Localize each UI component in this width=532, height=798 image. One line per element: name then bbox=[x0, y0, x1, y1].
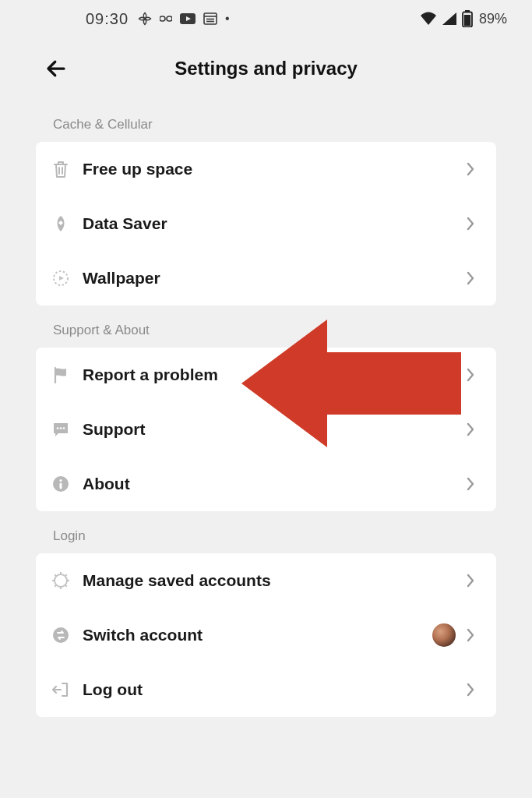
section-label-support: Support & About bbox=[0, 305, 532, 348]
row-label: Data Saver bbox=[83, 214, 462, 233]
status-icons-left: • bbox=[138, 12, 230, 26]
svg-point-13 bbox=[63, 427, 65, 429]
avatar bbox=[432, 623, 456, 647]
row-label: Wallpaper bbox=[83, 269, 462, 288]
section-label-cache: Cache & Cellular bbox=[0, 100, 532, 142]
chevron-right-icon bbox=[462, 475, 479, 493]
chevron-right-icon bbox=[462, 421, 479, 438]
status-time: 09:30 bbox=[86, 10, 129, 28]
data-saver-icon bbox=[50, 213, 72, 235]
dot-icon: • bbox=[225, 12, 230, 26]
svg-line-22 bbox=[55, 574, 56, 576]
row-about[interactable]: About bbox=[36, 457, 496, 511]
row-support[interactable]: Support bbox=[36, 402, 496, 457]
status-icons-right: 89% bbox=[420, 10, 507, 27]
row-label: Report a problem bbox=[83, 365, 462, 384]
link-icon bbox=[160, 15, 172, 23]
section-support: Report a problem Support About bbox=[36, 348, 496, 511]
svg-point-17 bbox=[55, 574, 67, 587]
svg-rect-1 bbox=[167, 16, 172, 21]
content: Cache & Cellular Free up space Data Save… bbox=[0, 100, 532, 717]
section-cache: Free up space Data Saver Wallpaper bbox=[36, 142, 496, 305]
back-button[interactable] bbox=[37, 50, 75, 87]
section-label-login: Login bbox=[0, 511, 532, 553]
svg-line-25 bbox=[65, 574, 67, 576]
section-login: Manage saved accounts Switch account bbox=[36, 553, 496, 717]
logout-icon bbox=[50, 679, 72, 701]
chevron-right-icon bbox=[462, 572, 479, 589]
row-log-out[interactable]: Log out bbox=[36, 662, 496, 717]
header: Settings and privacy bbox=[0, 37, 532, 100]
row-label: Support bbox=[83, 420, 462, 439]
chevron-right-icon bbox=[462, 681, 479, 698]
svg-rect-16 bbox=[60, 483, 62, 489]
chevron-right-icon bbox=[462, 215, 479, 232]
flag-icon bbox=[50, 364, 72, 386]
arrow-left-icon bbox=[44, 57, 68, 80]
chevron-right-icon bbox=[462, 270, 479, 287]
signal-icon bbox=[442, 12, 457, 26]
svg-point-12 bbox=[60, 427, 62, 429]
switch-icon bbox=[50, 624, 72, 646]
row-free-up-space[interactable]: Free up space bbox=[36, 142, 496, 196]
svg-line-24 bbox=[55, 585, 56, 587]
page-title: Settings and privacy bbox=[0, 58, 532, 79]
trash-icon bbox=[50, 158, 72, 180]
chevron-right-icon bbox=[462, 366, 479, 383]
svg-rect-0 bbox=[160, 16, 165, 21]
row-label: Log out bbox=[83, 680, 462, 699]
chat-icon bbox=[50, 418, 72, 440]
youtube-icon bbox=[180, 13, 196, 24]
wallpaper-icon bbox=[50, 267, 72, 289]
gear-outline-icon bbox=[50, 570, 72, 591]
battery-percentage: 89% bbox=[479, 11, 507, 27]
settings-screen: 09:30 • 89% bbox=[0, 0, 532, 798]
news-icon bbox=[203, 12, 217, 25]
info-icon bbox=[50, 473, 72, 495]
chevron-right-icon bbox=[462, 161, 479, 178]
status-bar: 09:30 • 89% bbox=[0, 0, 532, 37]
row-label: Free up space bbox=[83, 160, 462, 178]
row-data-saver[interactable]: Data Saver bbox=[36, 196, 496, 251]
svg-point-15 bbox=[59, 479, 62, 482]
pinwheel-icon bbox=[138, 12, 152, 26]
row-label: About bbox=[83, 475, 462, 493]
svg-rect-9 bbox=[464, 15, 470, 26]
row-report-a-problem[interactable]: Report a problem bbox=[36, 348, 496, 402]
wifi-icon bbox=[420, 12, 437, 26]
chevron-right-icon bbox=[462, 627, 479, 644]
row-switch-account[interactable]: Switch account bbox=[36, 608, 496, 662]
row-wallpaper[interactable]: Wallpaper bbox=[36, 251, 496, 305]
svg-point-26 bbox=[53, 627, 69, 643]
row-label: Manage saved accounts bbox=[83, 571, 462, 590]
row-label: Switch account bbox=[83, 626, 432, 644]
svg-point-11 bbox=[57, 427, 59, 429]
battery-icon bbox=[462, 10, 473, 27]
svg-line-23 bbox=[65, 585, 67, 587]
row-manage-saved-accounts[interactable]: Manage saved accounts bbox=[36, 553, 496, 608]
